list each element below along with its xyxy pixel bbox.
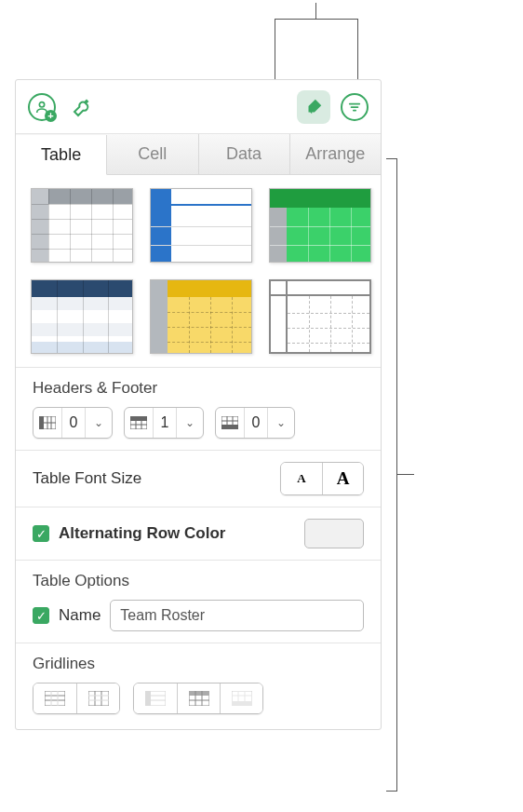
svg-rect-10 [130,416,147,421]
filter-icon [348,101,361,114]
gridlines-body-horizontal-button[interactable] [34,683,76,713]
svg-point-0 [39,102,44,106]
footer-rows-icon [216,416,244,429]
alt-row-color-well[interactable] [304,519,364,548]
tab-data[interactable]: Data [199,134,290,174]
headers-footer-title: Headers & Footer [33,379,364,398]
table-style-outline[interactable] [269,279,371,354]
gridlines-body-vertical-button[interactable] [76,683,119,713]
gridlines-footer-row-button[interactable] [220,683,262,713]
font-size-segmented: A A [280,462,364,495]
footer-rows-value: 0 [244,408,268,438]
organize-button[interactable] [338,90,371,124]
inspector-tabs: Table Cell Data Arrange [16,134,381,175]
font-size-title: Table Font Size [33,469,141,488]
font-size-section: Table Font Size A A [16,450,381,507]
gridlines-header-row-icon [189,691,209,706]
toolbar: + [16,80,381,134]
header-columns-stepper[interactable]: 0 ⌄ [33,407,113,439]
table-style-gray[interactable] [31,188,133,263]
tools-button[interactable] [66,90,100,124]
footer-rows-stepper[interactable]: 0 ⌄ [215,407,295,439]
chevron-down-icon: ⌄ [268,416,294,429]
headers-footer-section: Headers & Footer 0 ⌄ 1 ⌄ 0 [16,367,381,450]
alt-row-section: ✓ Alternating Row Color [16,507,381,560]
format-button[interactable] [297,90,330,124]
tab-arrange[interactable]: Arrange [290,134,381,174]
header-rows-icon [125,416,153,429]
alt-row-label: Alternating Row Color [59,524,225,543]
header-rows-stepper[interactable]: 1 ⌄ [124,407,204,439]
svg-rect-39 [232,701,252,706]
table-style-navy[interactable] [31,279,133,354]
gridlines-header-col-icon [145,691,166,706]
gridlines-title: Gridlines [33,655,364,673]
table-style-presets [16,175,381,367]
header-columns-value: 0 [61,408,86,438]
table-name-checkbox[interactable]: ✓ [33,607,49,624]
paintbrush-icon [303,97,324,117]
font-size-increase-button[interactable]: A [322,463,363,494]
table-name-input[interactable] [110,600,364,631]
gridlines-header-col-button[interactable] [134,683,177,713]
gridlines-header-row-button[interactable] [177,683,220,713]
table-style-yellow[interactable] [150,279,252,354]
gridlines-footer-row-icon [232,691,252,706]
wrench-icon [72,96,94,118]
tab-cell[interactable]: Cell [107,134,198,174]
font-size-decrease-button[interactable]: A [281,463,322,494]
svg-rect-24 [88,691,109,706]
format-inspector-panel: + Table Cell Data Arrange [15,79,382,730]
tab-table[interactable]: Table [16,135,107,175]
gridlines-vertical-icon [88,691,109,706]
header-columns-icon [34,416,61,429]
gridlines-horizontal-icon [45,691,65,706]
table-options-title: Table Options [33,572,364,590]
header-rows-value: 1 [153,408,177,438]
table-options-section: Table Options ✓ Name [16,560,381,643]
svg-rect-30 [145,691,151,706]
gridlines-section: Gridlines [16,643,381,729]
svg-rect-15 [221,425,238,429]
plus-badge-icon: + [45,110,57,122]
collaborate-button[interactable]: + [25,90,59,124]
table-style-blue[interactable] [150,188,252,263]
table-name-label: Name [59,606,101,625]
chevron-down-icon: ⌄ [86,416,112,429]
alt-row-checkbox[interactable]: ✓ [33,525,49,542]
chevron-down-icon: ⌄ [177,416,203,429]
svg-rect-34 [189,691,209,696]
table-style-green[interactable] [269,188,371,263]
svg-rect-19 [45,691,65,706]
